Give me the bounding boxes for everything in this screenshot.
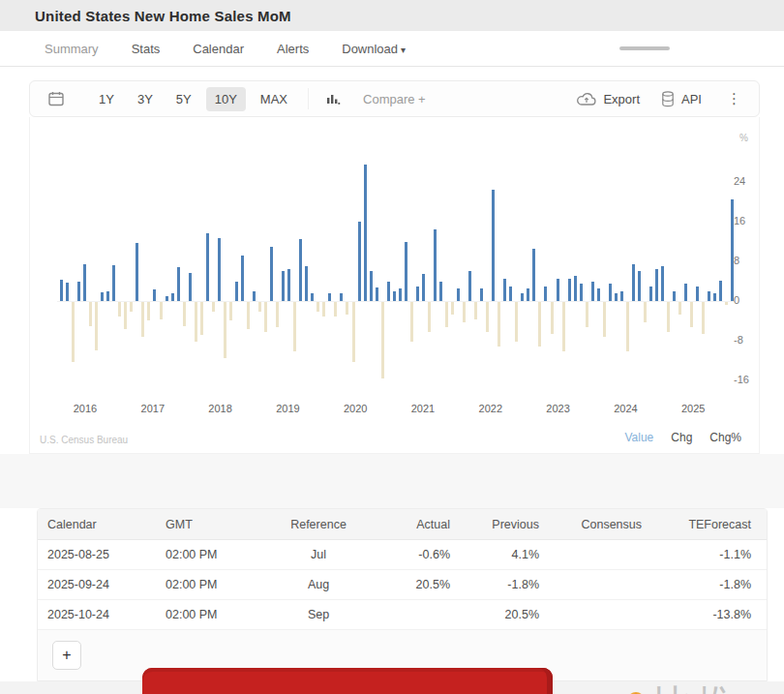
compare-button[interactable]: Compare +: [363, 92, 426, 106]
bar: [580, 284, 583, 301]
table-cell: Jul: [264, 548, 373, 561]
bar: [644, 302, 647, 322]
bar: [358, 222, 361, 301]
range-3y[interactable]: 3Y: [129, 87, 162, 111]
x-axis-tick: 2025: [670, 403, 716, 414]
table-header-row: CalendarGMTReferenceActualPreviousConsen…: [38, 509, 767, 540]
x-axis-tick: 2022: [467, 403, 514, 414]
bar: [141, 302, 144, 337]
export-button[interactable]: Export: [577, 92, 640, 106]
mode-chgpct[interactable]: Chg%: [709, 431, 741, 444]
bar: [364, 165, 367, 301]
tab-alerts[interactable]: Alerts: [277, 42, 309, 56]
bar: [673, 291, 676, 301]
range-max[interactable]: MAX: [252, 87, 296, 111]
bar: [649, 287, 652, 301]
bar: [638, 271, 641, 301]
tab-stats[interactable]: Stats: [132, 42, 161, 56]
bar: [678, 302, 681, 315]
y-axis-unit: %: [739, 133, 748, 143]
chart-source: U.S. Census Bureau: [40, 435, 128, 445]
bar: [183, 302, 186, 326]
bar: [287, 269, 290, 301]
tab-summary[interactable]: Summary: [45, 42, 99, 56]
table-cell: Aug: [264, 578, 373, 591]
table-row[interactable]: 2025-10-2402:00 PMSep20.5%-13.8%: [38, 600, 767, 630]
bar-chart-icon[interactable]: [320, 86, 346, 111]
red-banner[interactable]: [142, 668, 553, 694]
table-cell: 20.5%: [373, 578, 456, 591]
range-5y[interactable]: 5Y: [167, 87, 200, 111]
bar: [434, 229, 437, 301]
chart-toolbar: 1Y 3Y 5Y 10Y MAX Compare + Export API ⋮: [29, 80, 760, 117]
chart-mode-switch: Value Chg Chg%: [624, 431, 741, 444]
bar: [258, 302, 261, 312]
table-row[interactable]: 2025-08-2502:00 PMJul-0.6%4.1%-1.1%: [38, 540, 767, 570]
bar: [557, 279, 559, 301]
bar: [620, 291, 623, 301]
bar: [276, 302, 279, 327]
bar: [72, 302, 75, 362]
bar: [655, 269, 658, 301]
bar: [410, 302, 413, 342]
y-axis-tick: -8: [734, 334, 767, 346]
calendar-icon[interactable]: [44, 86, 69, 111]
bar: [376, 287, 378, 301]
bar: [661, 266, 664, 301]
divider: [308, 88, 309, 109]
bar: [515, 302, 518, 342]
table-row[interactable]: 2025-09-2402:00 PMAug20.5%-1.8%-1.8%: [38, 570, 767, 600]
bar: [562, 302, 565, 351]
add-button[interactable]: +: [52, 641, 81, 670]
bar: [544, 287, 547, 301]
column-header: Actual: [373, 518, 456, 531]
bar: [171, 293, 174, 301]
tab-download[interactable]: Download▾: [342, 42, 406, 56]
range-10y[interactable]: 10Y: [206, 87, 246, 111]
bar: [492, 190, 495, 301]
bar: [405, 242, 407, 302]
mode-value[interactable]: Value: [624, 431, 653, 444]
table-cell: -0.6%: [373, 548, 456, 561]
column-header: TEForecast: [648, 518, 757, 531]
tab-bar: Summary Stats Calendar Alerts Download▾: [0, 31, 784, 67]
range-buttons: 1Y 3Y 5Y 10Y MAX: [90, 87, 296, 111]
bar: [609, 284, 612, 301]
bar: [101, 292, 104, 301]
x-axis-tick: 2021: [400, 403, 446, 414]
bar: [124, 302, 127, 329]
column-header: GMT: [166, 518, 264, 531]
api-button[interactable]: API: [661, 91, 702, 107]
table-cell: 4.1%: [456, 548, 545, 561]
x-axis-tick: 2017: [130, 403, 176, 414]
bar: [725, 302, 728, 305]
bar: [118, 302, 121, 317]
database-icon: [661, 91, 675, 107]
y-axis-tick: -16: [734, 374, 767, 385]
column-header: Reference: [264, 518, 373, 531]
bar: [480, 288, 483, 301]
tab-calendar[interactable]: Calendar: [193, 42, 244, 56]
table-cell: 2025-08-25: [47, 548, 166, 561]
bar: [112, 265, 115, 301]
bar: [457, 288, 460, 301]
bar: [235, 282, 238, 302]
bar: [346, 302, 348, 315]
spacer: [0, 454, 784, 508]
bar: [503, 279, 506, 301]
bar: [311, 293, 314, 301]
bar: [586, 302, 588, 327]
more-options-icon[interactable]: ⋮: [723, 90, 745, 107]
bitpush-bird-logo: Ƀ: [580, 683, 644, 694]
bar: [498, 302, 500, 347]
column-header: Previous: [456, 518, 545, 531]
bar: [153, 289, 156, 301]
mode-chg[interactable]: Chg: [671, 431, 692, 444]
bar: [206, 233, 209, 301]
bar: [264, 302, 267, 332]
range-1y[interactable]: 1Y: [90, 87, 123, 111]
bar: [218, 238, 221, 301]
y-axis-tick: 0: [734, 294, 767, 306]
bar: [632, 264, 635, 301]
bar: [486, 302, 489, 332]
